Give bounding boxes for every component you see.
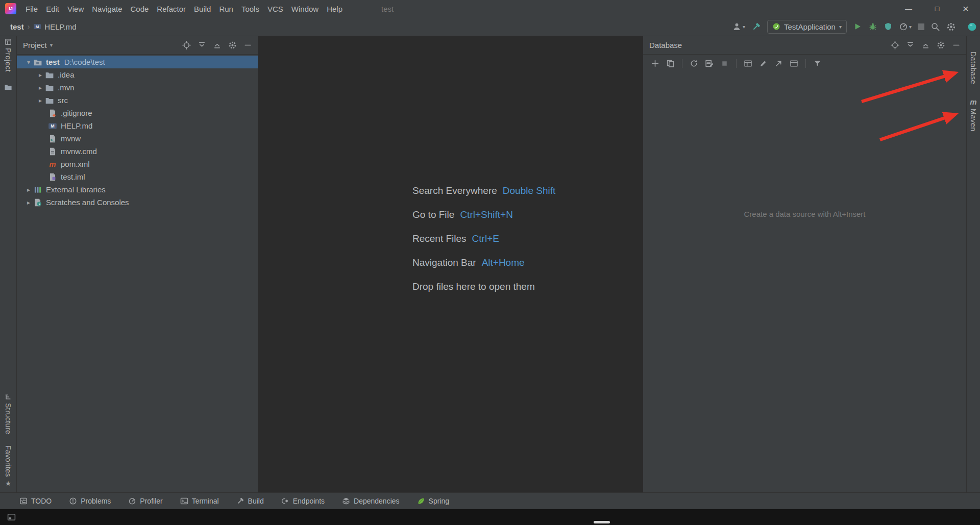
menu-bar: IJ File Edit View Navigate Code Refactor…: [0, 0, 980, 17]
debug-button[interactable]: [868, 22, 877, 31]
search-everywhere-button[interactable]: [930, 22, 940, 32]
chevron-down-icon[interactable]: ▾: [24, 59, 33, 66]
tool-button-spring[interactable]: Spring: [417, 497, 449, 505]
add-data-source-button[interactable]: [648, 57, 662, 70]
chevron-right-icon[interactable]: ▸: [36, 97, 45, 104]
shortcut-label: Go to File: [412, 209, 454, 220]
gear-icon: [946, 22, 956, 32]
tree-item-help-md[interactable]: M HELP.md: [17, 119, 258, 132]
tree-item-mvn-folder[interactable]: ▸ .mvn: [17, 81, 258, 94]
ide-feature-trainer-button[interactable]: [967, 22, 977, 32]
chevron-right-icon[interactable]: ▸: [36, 71, 45, 79]
maximize-button[interactable]: □: [923, 0, 951, 17]
tool-stripe-database[interactable]: Database: [969, 52, 977, 84]
play-icon: [853, 22, 862, 31]
tool-button-profiler[interactable]: Profiler: [128, 497, 162, 505]
modify-object-button[interactable]: [756, 57, 770, 70]
breadcrumb-item-project[interactable]: test: [10, 22, 24, 31]
tree-item-project-root[interactable]: ▾ test D:\code\test: [17, 56, 258, 68]
menu-item-help[interactable]: Help: [323, 5, 347, 13]
chevron-down-icon: ▾: [743, 24, 745, 30]
close-button[interactable]: ×: [951, 0, 980, 17]
breadcrumb-item-file[interactable]: M HELP.md: [33, 22, 76, 31]
menu-item-file[interactable]: File: [21, 5, 42, 13]
markdown-file-icon: M: [33, 22, 41, 31]
tree-item-pom-xml[interactable]: m pom.xml: [17, 158, 258, 170]
tool-button-endpoints[interactable]: Endpoints: [281, 497, 325, 505]
tool-button-dependencies[interactable]: Dependencies: [342, 497, 400, 505]
project-files-folder-icon[interactable]: [4, 83, 12, 91]
menu-item-tools[interactable]: Tools: [237, 5, 263, 13]
panel-settings-button[interactable]: [226, 39, 238, 52]
tree-item-mvnw-cmd[interactable]: mvnw.cmd: [17, 145, 258, 158]
build-project-button[interactable]: [751, 22, 761, 32]
duplicate-button[interactable]: [664, 57, 677, 70]
query-console-button[interactable]: [702, 57, 716, 70]
locate-file-button[interactable]: [180, 39, 192, 52]
tree-item-idea-folder[interactable]: ▸ .idea: [17, 68, 258, 81]
chevron-down-icon[interactable]: ▾: [50, 42, 53, 48]
run-configuration-selector[interactable]: TestApplication ▾: [767, 20, 847, 34]
profiler-button[interactable]: ▾: [899, 22, 912, 31]
expand-all-button[interactable]: [195, 39, 208, 52]
tree-item-gitignore[interactable]: .gitignore: [17, 107, 258, 119]
tool-stripe-project[interactable]: Project: [4, 38, 12, 72]
panel-settings-button[interactable]: [935, 39, 947, 52]
coverage-button[interactable]: [884, 22, 893, 31]
expand-all-button[interactable]: [904, 39, 916, 52]
tree-item-external-libraries[interactable]: ▸ External Libraries: [17, 183, 258, 196]
tree-item-src-folder[interactable]: ▸ src: [17, 94, 258, 107]
endpoints-icon: [281, 497, 289, 505]
tree-item-scratches-consoles[interactable]: ▸ Scratches and Consoles: [17, 196, 258, 209]
chevron-down-icon: ▾: [839, 24, 842, 30]
tree-item-mvnw[interactable]: >_ mvnw: [17, 132, 258, 145]
menu-item-build[interactable]: Build: [190, 5, 215, 13]
menu-item-view[interactable]: View: [63, 5, 88, 13]
project-panel-title[interactable]: Project: [23, 41, 47, 49]
scratches-icon: [33, 198, 42, 207]
settings-button[interactable]: [946, 22, 956, 32]
filter-button[interactable]: [811, 57, 824, 70]
hide-panel-button[interactable]: [950, 39, 962, 52]
menu-item-window[interactable]: Window: [287, 5, 323, 13]
shortcut-keys: Ctrl+Shift+N: [460, 209, 512, 220]
refresh-button[interactable]: [687, 57, 701, 70]
menu-item-edit[interactable]: Edit: [42, 5, 63, 13]
collapse-all-button[interactable]: [919, 39, 932, 52]
data-editor-button[interactable]: [741, 57, 755, 70]
tree-item-test-iml[interactable]: test.iml: [17, 170, 258, 183]
minimize-button[interactable]: —: [894, 0, 923, 17]
tool-stripe-maven[interactable]: m Maven: [969, 97, 977, 132]
run-button[interactable]: [853, 22, 862, 31]
cancel-query-button[interactable]: [718, 57, 731, 70]
open-in-window-button[interactable]: [787, 57, 801, 70]
chevron-right-icon[interactable]: ▸: [36, 84, 45, 91]
structure-icon: [5, 393, 12, 401]
menu-item-run[interactable]: Run: [215, 5, 237, 13]
chevron-right-icon[interactable]: ▸: [24, 186, 33, 193]
collaboration-button[interactable]: ▾: [732, 22, 745, 32]
expand-all-icon: [906, 41, 915, 49]
chevron-right-icon[interactable]: ▸: [24, 199, 33, 206]
tool-window-switcher-icon[interactable]: [7, 513, 16, 521]
menu-item-vcs[interactable]: VCS: [263, 5, 287, 13]
tool-button-problems[interactable]: Problems: [69, 497, 111, 505]
menu-item-navigate[interactable]: Navigate: [88, 5, 126, 13]
collapse-all-icon: [921, 41, 930, 49]
shortcut-label: Drop files here to open them: [412, 281, 535, 292]
jump-to-button[interactable]: [772, 57, 786, 70]
tool-stripe-favorites[interactable]: Favorites ★: [4, 445, 12, 487]
menu-item-refactor[interactable]: Refactor: [153, 5, 190, 13]
tool-button-todo[interactable]: TODO: [19, 497, 52, 505]
menu-item-code[interactable]: Code: [126, 5, 153, 13]
database-panel-title[interactable]: Database: [649, 41, 682, 49]
project-folder-icon: [33, 58, 42, 67]
tool-button-terminal[interactable]: Terminal: [180, 497, 219, 505]
folder-icon: [45, 70, 54, 80]
collapse-all-button[interactable]: [211, 39, 223, 52]
tool-stripe-structure[interactable]: Structure: [4, 393, 12, 434]
hide-panel-button[interactable]: [241, 39, 254, 52]
stop-button[interactable]: [918, 23, 924, 30]
tool-button-build[interactable]: Build: [236, 497, 264, 505]
locate-object-button[interactable]: [889, 39, 901, 52]
